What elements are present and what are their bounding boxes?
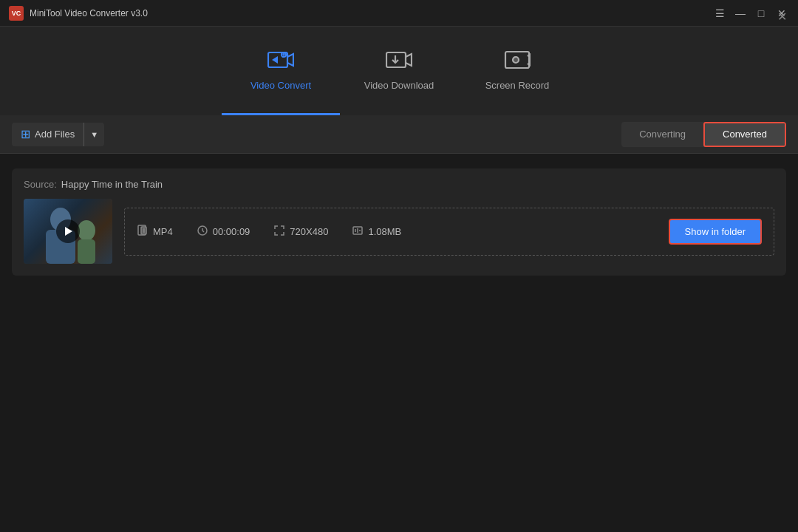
format-value: MP4 — [153, 226, 173, 237]
tab-converted[interactable]: Converted — [703, 122, 786, 147]
output-info-row: MP4 00:00:09 — [124, 208, 774, 256]
play-button[interactable] — [56, 219, 80, 243]
nav-item-video-convert[interactable]: Video Convert — [222, 27, 340, 115]
resolution-value: 720X480 — [290, 226, 328, 237]
size-icon — [352, 225, 364, 239]
nav-label-video-convert: Video Convert — [250, 80, 311, 91]
resolution-icon — [273, 225, 285, 239]
tab-converting[interactable]: Converting — [621, 122, 703, 147]
add-files-main[interactable]: ⊞ Add Files — [12, 123, 84, 146]
svg-rect-10 — [78, 239, 95, 264]
source-label: Source: — [24, 179, 57, 190]
minimize-button[interactable]: — — [733, 6, 748, 21]
size-info: 1.08MB — [352, 225, 401, 239]
show-in-folder-button[interactable]: Show in folder — [669, 219, 762, 245]
nav-item-video-download[interactable]: Video Download — [340, 27, 458, 115]
svg-point-9 — [78, 220, 95, 241]
svg-point-6 — [513, 57, 519, 63]
add-files-button[interactable]: ⊞ Add Files ▼ — [12, 123, 104, 146]
nav-label-screen-record: Screen Record — [485, 80, 550, 91]
navbar: Video Convert Video Download Screen Reco… — [0, 27, 798, 115]
duration-icon — [197, 225, 208, 239]
file-card-header: Source: Happy Time in the Train ✕ — [12, 168, 786, 190]
add-files-dropdown[interactable]: ▼ — [84, 123, 104, 146]
output-info: MP4 00:00:09 — [137, 225, 669, 239]
nav-label-video-download: Video Download — [364, 80, 434, 91]
file-card: Source: Happy Time in the Train ✕ — [12, 168, 786, 276]
video-thumbnail[interactable] — [24, 199, 112, 264]
format-info: MP4 — [137, 225, 173, 239]
source-name: Happy Time in the Train — [61, 179, 163, 190]
tab-group: Converting Converted — [621, 122, 786, 147]
titlebar-left: VC MiniTool Video Converter v3.0 — [9, 6, 148, 21]
duration-info: 00:00:09 — [197, 225, 250, 239]
add-files-label: Add Files — [35, 129, 75, 140]
nav-item-screen-record[interactable]: Screen Record — [458, 27, 576, 115]
svg-line-18 — [202, 231, 204, 232]
duration-value: 00:00:09 — [213, 226, 250, 237]
maximize-button[interactable]: □ — [754, 6, 768, 21]
video-convert-icon — [267, 50, 294, 74]
content-area: Source: Happy Time in the Train ✕ — [0, 154, 798, 532]
format-icon — [137, 225, 149, 239]
app-logo: VC — [9, 6, 24, 21]
titlebar: VC MiniTool Video Converter v3.0 ☰ — □ ✕ — [0, 0, 798, 27]
menu-button[interactable]: ☰ — [712, 6, 727, 21]
size-value: 1.08MB — [368, 226, 401, 237]
resolution-info: 720X480 — [273, 225, 328, 239]
toolbar: ⊞ Add Files ▼ Converting Converted — [0, 115, 798, 154]
video-download-icon — [386, 50, 412, 74]
screen-record-icon — [504, 50, 531, 74]
app-title: MiniTool Video Converter v3.0 — [30, 8, 148, 18]
